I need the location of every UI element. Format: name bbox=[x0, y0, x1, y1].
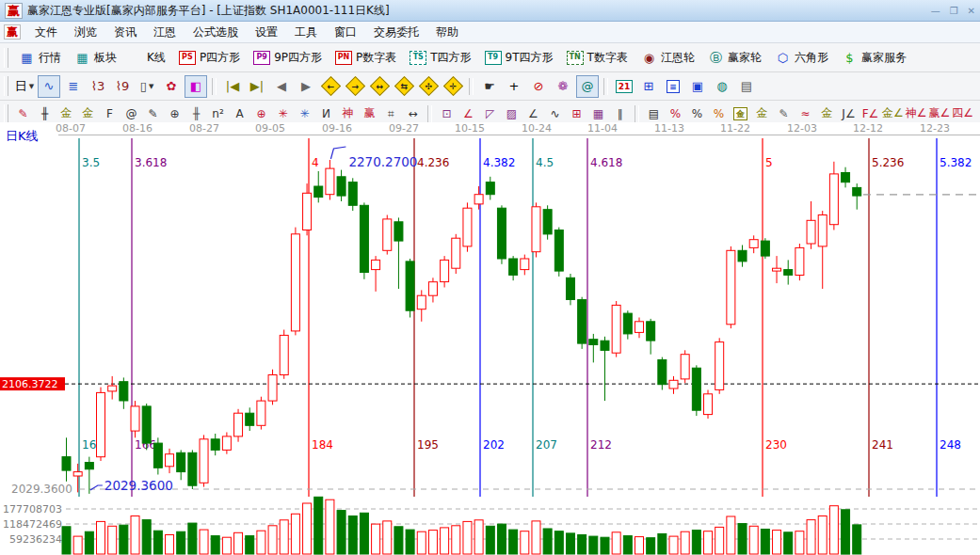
close-button[interactable]: ✕ bbox=[968, 6, 975, 16]
radar-web2-tool[interactable]: ✳ bbox=[294, 103, 315, 124]
percent-tool[interactable]: % bbox=[686, 103, 708, 124]
print-icon[interactable]: ▤ bbox=[735, 75, 758, 98]
gold-angle-tool[interactable]: 金∠ bbox=[881, 103, 905, 124]
sectors-button[interactable]: ▦板块 bbox=[68, 47, 123, 69]
gold-circle-tool[interactable]: 金 bbox=[730, 103, 751, 124]
fib-grid-tool[interactable]: F bbox=[99, 103, 120, 124]
trend-angle-tool[interactable]: ∠ bbox=[522, 103, 544, 124]
menu-item-tools[interactable]: 工具 bbox=[286, 24, 326, 41]
candle-style-dropdown[interactable]: ▯▼ bbox=[136, 75, 158, 98]
gold-lines-tool[interactable]: 金 bbox=[751, 103, 773, 124]
prev-page-button[interactable]: ◀ bbox=[270, 75, 293, 98]
chart-pattern-icon[interactable]: ∿ bbox=[38, 75, 60, 98]
maximize-button[interactable]: ❐ bbox=[950, 6, 958, 16]
pen-tool[interactable]: ✎ bbox=[12, 103, 34, 124]
calculator-icon[interactable]: ⊞ bbox=[637, 75, 660, 98]
target-circle-tool[interactable]: ⊕ bbox=[250, 103, 272, 124]
last-page-button[interactable]: ▶| bbox=[246, 75, 268, 98]
menu-item-window[interactable]: 窗口 bbox=[326, 24, 365, 41]
text-tool[interactable]: A bbox=[229, 103, 250, 124]
menu-item-trade-order[interactable]: 交易委托 bbox=[365, 24, 427, 41]
gann-shape-icon[interactable]: ✿ bbox=[160, 75, 183, 98]
fan-box-tool[interactable]: ◸ bbox=[479, 103, 501, 124]
gann-wheel-button[interactable]: ◉江恩轮 bbox=[635, 47, 701, 69]
box-grid-tool[interactable]: ▦ bbox=[587, 103, 609, 124]
diamond-compress-icon[interactable]: ✣ bbox=[417, 75, 440, 98]
hexagon-button[interactable]: ⬡六角形 bbox=[768, 47, 835, 69]
menu-item-settings[interactable]: 设置 bbox=[247, 24, 286, 41]
menu-item-browse[interactable]: 浏览 bbox=[66, 24, 105, 41]
kline-chart[interactable]: 日K线 08-0708-1608-2709-0509-1609-2710-151… bbox=[0, 122, 980, 555]
menu-item-help[interactable]: 帮助 bbox=[427, 24, 467, 41]
notes-icon[interactable]: ≡ bbox=[662, 75, 684, 98]
info-report-icon[interactable]: ≣ bbox=[62, 75, 85, 98]
diamond-right-icon[interactable]: → bbox=[344, 75, 366, 98]
menu-item-news[interactable]: 资讯 bbox=[105, 24, 145, 41]
diamond-hmove-icon[interactable]: ↔ bbox=[368, 75, 391, 98]
calendar-icon[interactable]: 21 bbox=[613, 75, 635, 98]
fan-lines-tool[interactable]: ∠ bbox=[458, 103, 479, 124]
kline-button[interactable]: K线 bbox=[123, 47, 172, 69]
next-page-button[interactable]: ▶ bbox=[295, 75, 317, 98]
j-angle-tool[interactable]: J∠ bbox=[838, 103, 860, 124]
swing-mark-tool[interactable]: И bbox=[315, 103, 337, 124]
zigzag-tool[interactable]: ∿ bbox=[544, 103, 566, 124]
gold-underline-tool[interactable]: 金 bbox=[816, 103, 838, 124]
pen-angle-tool[interactable]: ✎ bbox=[773, 103, 795, 124]
menu-item-gann[interactable]: 江恩 bbox=[145, 24, 185, 41]
period-day-dropdown[interactable]: 日▼ bbox=[13, 75, 36, 98]
first-page-button[interactable]: |◀ bbox=[221, 75, 244, 98]
minimize-button[interactable]: — bbox=[931, 6, 940, 16]
p-square-button[interactable]: PSP四方形 bbox=[172, 47, 247, 69]
wave-pattern-tool[interactable]: ≈ bbox=[795, 103, 816, 124]
spiral-tool-icon[interactable]: @ bbox=[576, 75, 599, 98]
t-number-table-button[interactable]: TNT数字表 bbox=[560, 47, 635, 69]
shen-grid-tool[interactable]: 神 bbox=[337, 103, 359, 124]
gann-grid-tool[interactable]: ╫ bbox=[34, 103, 56, 124]
circle-degree-tool[interactable]: ⊕ bbox=[164, 103, 185, 124]
winner-wheel-button[interactable]: Ⓑ赢家轮 bbox=[701, 47, 768, 69]
shen-angle-tool[interactable]: 神∠ bbox=[905, 103, 928, 124]
radar-web-tool[interactable]: ✳ bbox=[272, 103, 294, 124]
zoom-disable-icon[interactable]: ⊘ bbox=[527, 75, 550, 98]
crosshair-icon[interactable]: + bbox=[503, 75, 525, 98]
grid-lines-tool[interactable]: ╫ bbox=[185, 103, 207, 124]
dot-grid-tool-glyph: ⊞ bbox=[571, 107, 581, 120]
dot-grid-tool[interactable]: ⊞ bbox=[566, 103, 587, 124]
save-icon[interactable]: ▣ bbox=[686, 75, 709, 98]
n-square-tool[interactable]: n² bbox=[207, 103, 229, 124]
spiral-draw-tool[interactable]: @ bbox=[120, 103, 142, 124]
winner-service-button[interactable]: $赢家服务 bbox=[835, 47, 913, 69]
parallel-lines-tool[interactable]: ∥ bbox=[609, 103, 631, 124]
percent-lines-tool[interactable]: % bbox=[708, 103, 730, 124]
ruler-scale-tool[interactable]: ⌗ bbox=[380, 103, 402, 124]
win-grid-tool[interactable]: 赢 bbox=[359, 103, 380, 124]
volume-profile-icon[interactable]: ◧ bbox=[185, 75, 207, 98]
quotes-button[interactable]: ▦行情 bbox=[12, 47, 68, 69]
diamond-swap-icon[interactable]: ⇆ bbox=[393, 75, 415, 98]
p-number-table-button[interactable]: PNP数字表 bbox=[329, 47, 403, 69]
diamond-left-icon[interactable]: ← bbox=[319, 75, 342, 98]
box-diagonal-tool[interactable]: ▨ bbox=[501, 103, 522, 124]
four-angle-tool[interactable]: 四∠ bbox=[951, 103, 974, 124]
win-angle-tool[interactable]: 赢∠ bbox=[928, 103, 952, 124]
gold-grid2-tool[interactable]: 金 bbox=[77, 103, 99, 124]
gann-flower-icon[interactable]: ❁ bbox=[552, 75, 574, 98]
web-icon[interactable]: ◍ bbox=[711, 75, 733, 98]
menu-item-file[interactable]: 文件 bbox=[26, 24, 66, 41]
pan-hand-icon[interactable]: ☛ bbox=[478, 75, 501, 98]
pen-ruler-tool[interactable]: ✎ bbox=[142, 103, 164, 124]
diamond-expand-icon[interactable]: ✛ bbox=[442, 75, 464, 98]
wave-3-icon[interactable]: ⌇3 bbox=[87, 75, 109, 98]
gold-grid-tool[interactable]: 金 bbox=[56, 103, 77, 124]
box-select-tool[interactable]: ⊡ bbox=[436, 103, 458, 124]
9p-square-button[interactable]: P99P四方形 bbox=[247, 47, 329, 69]
measure-tool[interactable]: ↔ bbox=[402, 103, 424, 124]
t-square-button[interactable]: TST四方形 bbox=[403, 47, 477, 69]
percent-cross-tool[interactable]: % bbox=[665, 103, 686, 124]
price-ladder-tool[interactable]: ▤ bbox=[643, 103, 665, 124]
f-angle-tool[interactable]: F∠ bbox=[860, 103, 881, 124]
menu-item-formula-stock-pick[interactable]: 公式选股 bbox=[185, 24, 247, 41]
9t-square-button[interactable]: T99T四方形 bbox=[478, 47, 560, 69]
wave-9-icon[interactable]: ⌇9 bbox=[111, 75, 134, 98]
